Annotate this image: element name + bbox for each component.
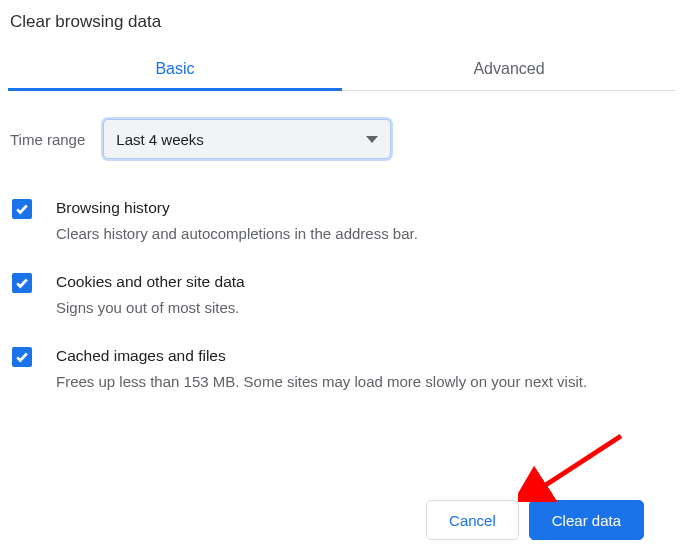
checkbox-browsing-history[interactable] xyxy=(12,199,32,219)
tab-label: Basic xyxy=(155,60,194,77)
option-title: Cached images and files xyxy=(56,345,672,367)
checkbox-cache[interactable] xyxy=(12,347,32,367)
time-range-value: Last 4 weeks xyxy=(116,131,204,148)
checkmark-icon xyxy=(15,350,29,364)
option-cache: Cached images and files Frees up less th… xyxy=(12,329,672,403)
options-list: Browsing history Clears history and auto… xyxy=(8,163,676,404)
button-label: Cancel xyxy=(449,512,496,529)
time-range-select[interactable]: Last 4 weeks xyxy=(103,119,391,159)
svg-line-1 xyxy=(538,436,621,490)
tabs: Basic Advanced xyxy=(8,50,676,91)
time-range-label: Time range xyxy=(10,131,85,148)
checkbox-cookies[interactable] xyxy=(12,273,32,293)
chevron-down-icon xyxy=(366,136,378,143)
option-cookies: Cookies and other site data Signs you ou… xyxy=(12,255,672,329)
dialog-footer: Cancel Clear data xyxy=(426,500,644,540)
option-text: Cookies and other site data Signs you ou… xyxy=(56,271,672,319)
checkmark-icon xyxy=(15,276,29,290)
option-title: Cookies and other site data xyxy=(56,271,672,293)
option-desc: Clears history and autocompletions in th… xyxy=(56,223,672,246)
time-range-row: Time range Last 4 weeks xyxy=(8,91,676,163)
tab-basic[interactable]: Basic xyxy=(8,50,342,90)
option-browsing-history: Browsing history Clears history and auto… xyxy=(12,181,672,255)
dialog-title: Clear browsing data xyxy=(8,8,676,50)
option-title: Browsing history xyxy=(56,197,672,219)
clear-data-button[interactable]: Clear data xyxy=(529,500,644,540)
tab-advanced[interactable]: Advanced xyxy=(342,50,676,90)
annotation-arrow-icon xyxy=(518,432,628,502)
tab-label: Advanced xyxy=(473,60,544,77)
option-text: Cached images and files Frees up less th… xyxy=(56,345,672,393)
cancel-button[interactable]: Cancel xyxy=(426,500,519,540)
option-text: Browsing history Clears history and auto… xyxy=(56,197,672,245)
button-label: Clear data xyxy=(552,512,621,529)
option-desc: Frees up less than 153 MB. Some sites ma… xyxy=(56,371,672,394)
clear-browsing-data-dialog: Clear browsing data Basic Advanced Time … xyxy=(0,0,680,404)
checkmark-icon xyxy=(15,202,29,216)
option-desc: Signs you out of most sites. xyxy=(56,297,672,320)
